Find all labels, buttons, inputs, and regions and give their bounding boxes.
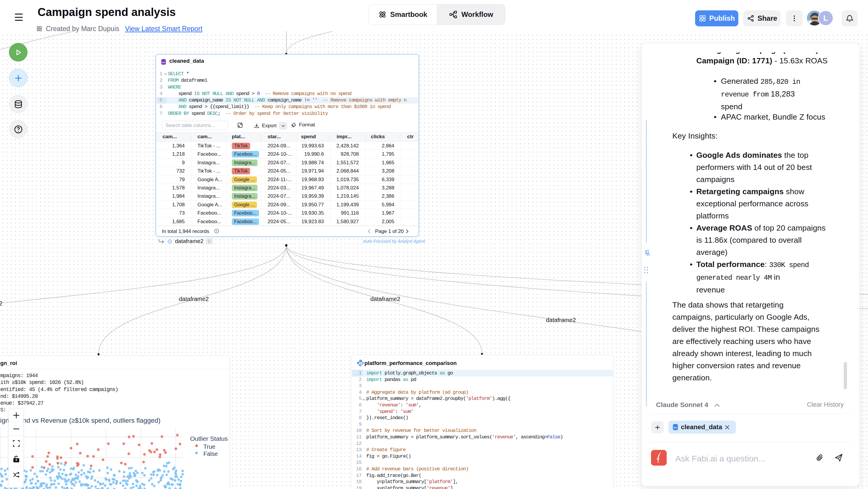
svg-text:SQL: SQL — [674, 427, 677, 429]
svg-text:SQL: SQL — [162, 62, 165, 63]
